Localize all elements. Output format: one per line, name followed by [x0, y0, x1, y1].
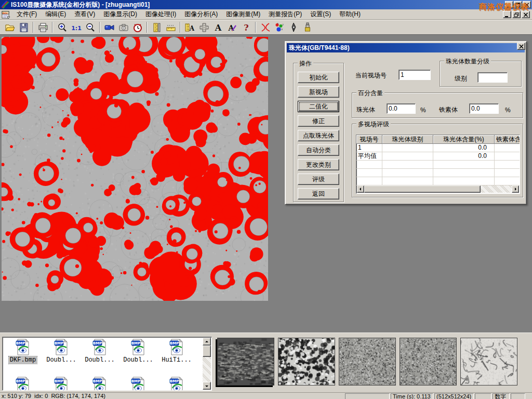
file-item-partial-2[interactable]: BMP — [42, 377, 81, 391]
bmp-file-icon: BMP — [53, 377, 70, 391]
menu-item-5[interactable]: 图像处理(I) — [141, 9, 180, 19]
print-button[interactable] — [36, 21, 49, 34]
menu-item-3[interactable]: 查看(V) — [70, 9, 99, 19]
micrograph-thumb-5[interactable] — [460, 338, 517, 385]
brush-button[interactable] — [301, 21, 314, 34]
micrograph-thumb-3[interactable] — [339, 338, 396, 385]
menu-item-7[interactable]: 图像测量(M) — [222, 9, 264, 19]
svg-text:A: A — [189, 25, 194, 32]
curve-tool-button[interactable] — [259, 21, 272, 34]
camera-button[interactable] — [117, 21, 130, 34]
ruler-button[interactable] — [164, 21, 177, 34]
close-icon[interactable] — [517, 43, 525, 50]
video-camera-button[interactable] — [103, 21, 116, 34]
current-field-input[interactable] — [398, 70, 431, 80]
bmp-file-icon: BMP — [91, 339, 108, 355]
caliper-button[interactable] — [150, 21, 163, 34]
operations-group: 操作 初始化新视场二值化修正点取珠光体自动分类更改类别评级返回 — [293, 63, 344, 202]
level-input[interactable] — [477, 72, 508, 83]
minimize-icon[interactable] — [503, 11, 511, 18]
menu-item-8[interactable]: 测量报告(P) — [264, 9, 306, 19]
table-header-1[interactable]: 视场号 — [356, 135, 382, 144]
multi-field-group: 多视场评级 视场号珠光体级别珠光体含量(%)铁素体含量(%)10.0平均值0.0 — [352, 124, 523, 197]
op-button-9[interactable]: 返回 — [298, 188, 339, 200]
table-header-4[interactable]: 铁素体含量(%) — [495, 135, 520, 144]
scrollbar-thumb[interactable] — [203, 345, 211, 357]
table-header-2[interactable]: 珠光体级别 — [382, 135, 433, 144]
classify-button[interactable]: 123 — [273, 21, 286, 34]
file-item-partial-3[interactable]: BMP — [81, 377, 119, 391]
scrollbar-thumb[interactable] — [364, 185, 481, 193]
percent-group: 百分含量 珠光体 % 铁素体 % — [352, 92, 523, 118]
text-button[interactable]: A — [211, 21, 224, 34]
measure-text-button[interactable]: A — [183, 21, 196, 34]
file-scrollbar[interactable] — [203, 338, 211, 390]
title-bar: IS100显微摄像系统(金相分析版) - [zhuguangti01] — [0, 0, 532, 9]
minimize-icon[interactable] — [505, 1, 513, 8]
rating-table[interactable]: 视场号珠光体级别珠光体含量(%)铁素体含量(%)10.0平均值0.0 — [356, 135, 520, 194]
menu-item-2[interactable]: 编辑(E) — [41, 9, 70, 19]
file-item-partial-5[interactable]: BMP — [157, 377, 196, 391]
table-cell — [495, 177, 520, 185]
maximize-icon[interactable] — [514, 1, 522, 8]
file-name: DKF.bmp — [9, 356, 37, 364]
file-item-3[interactable]: BMPDoubl... — [81, 339, 119, 364]
file-item-4[interactable]: BMPDoubl... — [119, 339, 157, 364]
file-item-1[interactable]: BMPDKF.bmp — [4, 339, 42, 364]
clock-icon — [132, 22, 143, 33]
table-cell — [433, 161, 495, 169]
menu-item-10[interactable]: 帮助(H) — [335, 9, 365, 19]
table-hscrollbar[interactable] — [357, 185, 519, 193]
picker-button[interactable] — [287, 21, 300, 34]
open-folder-button[interactable] — [3, 21, 16, 34]
dialog-body: 操作 初始化新视场二值化修正点取珠光体自动分类更改类别评级返回 当前视场号 珠光… — [287, 52, 525, 203]
table-row-2[interactable]: 平均值0.0 — [356, 152, 520, 161]
restore-icon[interactable] — [512, 11, 521, 18]
op-button-6[interactable]: 自动分类 — [298, 144, 339, 156]
op-button-1[interactable]: 初始化 — [298, 72, 339, 83]
clock-button[interactable] — [131, 21, 144, 34]
scroll-down-icon[interactable] — [203, 382, 211, 390]
scroll-up-icon[interactable] — [203, 338, 211, 345]
scroll-left-icon[interactable] — [357, 185, 364, 193]
menu-item-4[interactable]: 图像显示(D) — [99, 9, 141, 19]
op-button-8[interactable]: 评级 — [298, 174, 339, 185]
pearlite-input[interactable] — [387, 103, 416, 114]
menu-item-6[interactable]: 图像分析(A) — [180, 9, 222, 19]
micrograph-thumb-4[interactable] — [400, 338, 457, 385]
file-item-5[interactable]: BMPHuiTi... — [157, 339, 196, 364]
zoom-out-button[interactable] — [84, 21, 97, 34]
scroll-right-icon[interactable] — [512, 185, 519, 193]
op-button-3[interactable]: 二值化 — [298, 101, 339, 112]
file-item-partial-4[interactable]: BMP — [119, 377, 157, 391]
close-icon[interactable] — [523, 1, 531, 8]
micrograph-thumb-2[interactable] — [278, 338, 335, 385]
toolbar-separator — [255, 22, 256, 33]
actual-size-button[interactable]: 1:1 — [70, 21, 83, 34]
zoom-in-button[interactable] — [56, 21, 69, 34]
micrograph-image[interactable] — [2, 37, 268, 301]
grid-cross-button[interactable] — [197, 21, 210, 34]
dialog-title-bar[interactable]: 珠光体(GB/T9441-88) — [287, 43, 525, 52]
workspace: 珠光体(GB/T9441-88) 操作 初始化新视场二值化修正点取珠光体自动分类… — [0, 34, 532, 332]
pearlite-label: 珠光体 — [356, 105, 375, 114]
micrograph-thumb-1[interactable] — [217, 338, 274, 385]
menu-item-1[interactable]: 文件(F) — [12, 9, 41, 19]
file-item-partial-1[interactable]: BMP — [4, 377, 42, 391]
help-button[interactable]: ? — [240, 21, 252, 34]
svg-text:A: A — [214, 23, 221, 33]
op-button-4[interactable]: 修正 — [298, 115, 339, 127]
file-item-2[interactable]: BMPDoubl... — [42, 339, 81, 364]
menu-item-9[interactable]: 设置(S) — [306, 9, 335, 19]
curve-tool-icon — [260, 22, 271, 33]
application-window: IS100显微摄像系统(金相分析版) - [zhuguangti01] 商洛仪器… — [0, 0, 532, 399]
op-button-7[interactable]: 更改类别 — [298, 159, 339, 170]
close-icon[interactable] — [522, 11, 530, 18]
ferrite-input[interactable] — [469, 103, 499, 114]
op-button-2[interactable]: 新视场 — [298, 86, 339, 98]
op-button-5[interactable]: 点取珠光体 — [298, 130, 339, 141]
save-button[interactable] — [17, 21, 30, 34]
text-edit-button[interactable]: A — [225, 21, 238, 34]
table-header-3[interactable]: 珠光体含量(%) — [433, 135, 495, 144]
table-row-1[interactable]: 10.0 — [356, 144, 520, 152]
